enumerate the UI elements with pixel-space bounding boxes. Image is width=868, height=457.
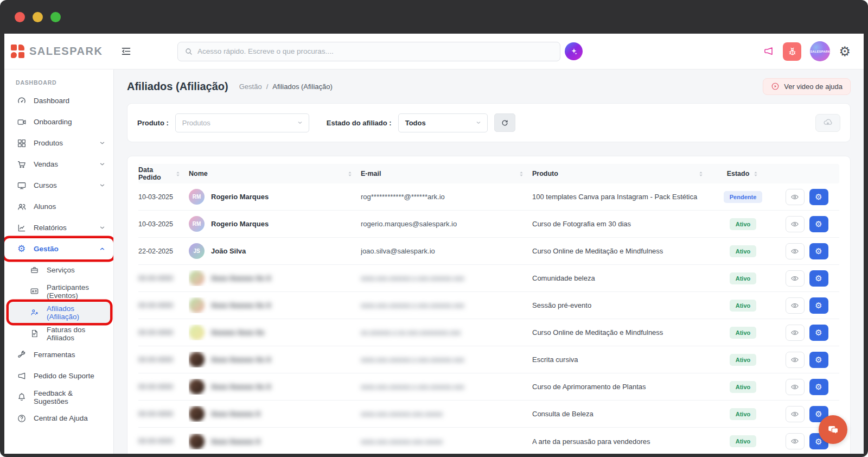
cell-order-date: 00-00-0000 [138, 275, 189, 282]
view-affiliate-button[interactable] [786, 216, 805, 232]
table-row[interactable]: 00-00-0000 Xxxx Xxxxxx Xx X xxxx.xxx.xxx… [138, 346, 839, 373]
affiliate-settings-button[interactable]: ⚙ [809, 216, 828, 232]
wrench-icon [16, 350, 27, 360]
affiliate-settings-button[interactable]: ⚙ [809, 297, 828, 314]
sidebar-item-dashboard[interactable]: Dashboard [4, 90, 113, 111]
sort-icon[interactable] [347, 170, 353, 177]
cell-product: A arte da persuasão para vendedores [532, 437, 712, 446]
gear-icon: ⚙ [815, 328, 822, 337]
sidebar-item-relatorios[interactable]: Relatórios [4, 217, 113, 238]
table-row[interactable]: 00-00-0000 Xxxx Xxxxxx Xx X xxxx.xxx.xxx… [138, 373, 839, 401]
table-row[interactable]: 10-03-2025 RM Rogerio Marques rogerio.ma… [138, 211, 839, 238]
report-bug-button[interactable] [783, 42, 801, 61]
view-affiliate-button[interactable] [786, 243, 805, 259]
affiliate-name: Xxxx Xxxxxx Xx X [211, 383, 271, 391]
eye-icon [790, 356, 799, 364]
user-avatar[interactable]: SALESPARK [810, 41, 830, 61]
bug-icon [787, 46, 797, 56]
cell-product: Curso de Fotografia em 30 dias [532, 220, 712, 228]
sidebar-item-cursos[interactable]: Cursos [4, 175, 113, 196]
cell-order-date: 00-00-0000 [138, 356, 189, 364]
sidebar-item-gestao[interactable]: ⚙ Gestão [4, 238, 113, 259]
settings-gear-icon[interactable]: ⚙ [839, 45, 851, 58]
table-row[interactable]: 00-00-0000 Xxxx Xxxxxx Xx X xxxx.xxx.xxx… [138, 265, 839, 292]
logo[interactable]: SALESPARK [4, 45, 114, 59]
sidebar-item-alunos[interactable]: Alunos [4, 196, 113, 217]
sidebar-item-afiliados[interactable]: Afiliados (Afiliação) [9, 302, 110, 323]
breadcrumb-separator: / [266, 82, 269, 91]
ai-assistant-button[interactable] [565, 42, 583, 60]
sidebar-item-feedback[interactable]: Feedback & Sugestões [4, 386, 113, 408]
help-video-button[interactable]: Ver video de ajuda [763, 78, 851, 95]
table-row[interactable]: 10-03-2025 RM Rogerio Marques rog*******… [138, 183, 839, 211]
cell-name: RM Rogerio Marques [189, 189, 361, 205]
view-affiliate-button[interactable] [786, 270, 805, 287]
sidebar-item-pedido-suporte[interactable]: Pedido de Suporte [4, 365, 113, 386]
affiliate-settings-button[interactable]: ⚙ [809, 325, 828, 341]
close-window-button[interactable] [15, 12, 25, 22]
breadcrumb-parent[interactable]: Gestão [239, 82, 262, 91]
eye-icon [790, 193, 799, 201]
affiliate-settings-button[interactable]: ⚙ [809, 352, 828, 368]
bell-icon [16, 392, 27, 402]
sidebar-item-central-ajuda[interactable]: Central de Ajuda [4, 408, 113, 429]
column-header-nome[interactable]: Nome [189, 170, 361, 177]
view-affiliate-button[interactable] [786, 189, 805, 205]
sidebar-item-participantes[interactable]: Participantes (Eventos) [4, 281, 113, 302]
gear-icon: ⚙ [815, 383, 822, 391]
product-select[interactable]: Produtos [175, 113, 309, 132]
chat-fab-button[interactable] [819, 415, 847, 444]
sort-icon[interactable] [752, 170, 759, 177]
app-window: SALESPARK SALESPARK [4, 34, 864, 454]
view-affiliate-button[interactable] [786, 352, 805, 368]
sidebar-item-onboarding[interactable]: Onboarding [4, 111, 113, 132]
table-row[interactable]: 00-00-0000 Xxxx Xxxxxx X xxxx.xxx.xxxxxx… [138, 428, 839, 454]
chevron-down-icon [99, 182, 106, 189]
status-badge: Ativo [730, 327, 757, 339]
cell-email: xxxx.xxx.xxxxxx.xxx.xxxxx [361, 437, 532, 446]
table-row[interactable]: 00-00-0000 Xxxx Xxxxxx X xxxx.xxx.xxxxxx… [138, 401, 839, 428]
view-affiliate-button[interactable] [786, 379, 805, 395]
export-button[interactable] [815, 114, 840, 132]
view-affiliate-button[interactable] [786, 406, 805, 422]
affiliate-settings-button[interactable]: ⚙ [809, 379, 828, 395]
table-row[interactable]: 00-00-0000 Xxxxxx Xxxx Xx xx.xxxxxx.x.xx… [138, 319, 839, 346]
cell-order-date: 10-03-2025 [138, 193, 189, 201]
affiliate-settings-button[interactable]: ⚙ [809, 189, 828, 205]
sidebar-item-ferramentas[interactable]: Ferramentas [4, 344, 113, 365]
table-body: 10-03-2025 RM Rogerio Marques rog*******… [138, 183, 839, 454]
view-affiliate-button[interactable] [786, 325, 805, 341]
affiliate-settings-button[interactable]: ⚙ [809, 243, 828, 259]
affiliate-settings-button[interactable]: ⚙ [809, 270, 828, 287]
sidebar-item-faturas[interactable]: Faturas dos Afiliados [4, 323, 113, 344]
sidebar-item-servicos[interactable]: Serviços [4, 259, 113, 281]
cell-status: Ativo [712, 327, 774, 339]
view-affiliate-button[interactable] [786, 297, 805, 314]
chat-icon [826, 423, 840, 437]
view-affiliate-button[interactable] [786, 433, 805, 449]
search-input[interactable] [197, 47, 553, 55]
column-header-email[interactable]: E-mail [361, 170, 532, 177]
sort-icon[interactable] [175, 170, 181, 177]
sidebar-item-vendas[interactable]: Vendas [4, 154, 113, 175]
minimize-window-button[interactable] [33, 12, 43, 22]
sort-icon[interactable] [518, 170, 525, 177]
sidebar-toggle-icon[interactable] [120, 46, 132, 57]
cell-status: Ativo [712, 435, 774, 447]
zoom-window-button[interactable] [50, 12, 61, 22]
column-header-data-pedido[interactable]: Data Pedido [138, 166, 189, 181]
cell-name: Xxxx Xxxxxx Xx X [189, 297, 361, 313]
sort-icon[interactable] [698, 170, 704, 177]
refresh-button[interactable] [494, 113, 515, 132]
cell-actions: ⚙ [774, 270, 839, 287]
cloud-download-icon [823, 118, 833, 128]
column-header-produto[interactable]: Produto [532, 170, 712, 177]
affiliate-state-select[interactable]: Todos [398, 113, 488, 132]
eye-icon [790, 437, 799, 446]
table-row[interactable]: 22-02-2025 JS João Silva joao.silva@sale… [138, 238, 839, 265]
table-row[interactable]: 00-00-0000 Xxxx Xxxxxx Xx X xxxx.xxx.xxx… [138, 292, 839, 319]
sidebar-item-produtos[interactable]: Produtos [4, 132, 113, 154]
affiliates-table: Data Pedido Nome E-mail Produto [127, 156, 851, 454]
column-header-estado[interactable]: Estado [712, 170, 774, 177]
announcements-button[interactable] [763, 46, 774, 57]
